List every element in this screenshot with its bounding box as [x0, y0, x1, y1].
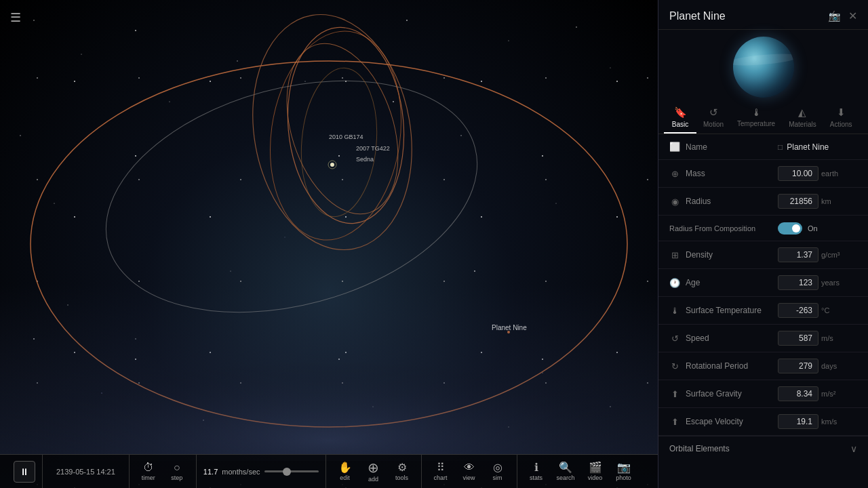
- video-icon: 🎬: [589, 462, 602, 473]
- orbital-elements-section[interactable]: Orbital Elements ∨: [658, 436, 868, 461]
- svg-point-1: [81, 54, 81, 54]
- planet-thumbnail: [658, 30, 868, 101]
- step-label: step: [171, 474, 182, 481]
- svg-point-18: [460, 135, 461, 136]
- svg-text:2010 GB174: 2010 GB174: [329, 134, 363, 140]
- svg-point-10: [67, 304, 68, 306]
- mass-prop-label: Mass: [686, 169, 705, 178]
- speed-unit: m/s: [821, 334, 833, 342]
- svg-point-25: [393, 101, 394, 102]
- tab-temperature[interactable]: 🌡 Temperature: [730, 101, 782, 134]
- video-button[interactable]: 🎬 video: [583, 460, 608, 484]
- tab-materials[interactable]: ◭ Materials: [782, 101, 823, 134]
- timer-button[interactable]: ⏱ timer: [136, 460, 161, 484]
- svg-point-37: [507, 331, 510, 333]
- materials-tab-label: Materials: [789, 121, 816, 128]
- tab-bar: 🔖 Basic ↺ Motion 🌡 Temperature ◭ Materia…: [658, 101, 868, 134]
- surface-grav-value[interactable]: 8.34: [778, 386, 818, 401]
- radius-unit: km: [821, 197, 831, 205]
- add-label: add: [368, 476, 378, 483]
- tab-basic[interactable]: 🔖 Basic: [664, 101, 696, 134]
- tab-motion[interactable]: ↺ Motion: [696, 101, 730, 134]
- surface-temp-value[interactable]: -263: [778, 303, 818, 318]
- actions-tab-icon: ⬇: [837, 106, 846, 119]
- svg-text:Sedna: Sedna: [356, 156, 374, 163]
- svg-point-22: [372, 406, 373, 407]
- add-button[interactable]: ⊕ add: [361, 458, 386, 485]
- radius-value[interactable]: 21856: [778, 194, 818, 209]
- rate-display: 11.7 months/sec: [203, 468, 260, 476]
- prop-escape-velocity: ⬆ Escape Velocity 19.1 km/s: [658, 408, 868, 436]
- svg-point-13: [542, 372, 542, 373]
- timer-icon: ⏱: [143, 462, 154, 473]
- rot-period-value[interactable]: 279: [778, 359, 818, 373]
- edit-label: edit: [340, 474, 350, 481]
- svg-point-7: [610, 68, 611, 68]
- rate-slider[interactable]: [264, 470, 319, 472]
- escape-vel-value[interactable]: 19.1: [778, 414, 818, 429]
- search-icon: 🔍: [559, 462, 572, 473]
- camera-off-icon[interactable]: 📷╱: [829, 11, 840, 22]
- panel-title: Planet Nine: [669, 10, 726, 22]
- svg-point-11: [135, 338, 136, 339]
- svg-point-15: [101, 392, 102, 394]
- space-view[interactable]: ☰: [0, 0, 658, 488]
- prop-surface-gravity: ⬆ Surface Gravity 8.34 m/s²: [658, 380, 868, 408]
- surface-grav-prop-icon: ⬆: [669, 389, 680, 399]
- svg-point-2: [135, 30, 136, 31]
- svg-text:Planet Nine: Planet Nine: [492, 324, 527, 331]
- svg-point-35: [330, 163, 334, 167]
- surface-grav-unit: m/s²: [821, 390, 835, 398]
- svg-point-29: [80, 43, 503, 350]
- motion-tab-label: Motion: [703, 121, 724, 128]
- stats-label: stats: [530, 474, 542, 481]
- svg-point-20: [33, 338, 35, 340]
- sim-button[interactable]: ◎ sim: [486, 460, 510, 484]
- escape-vel-prop-label: Escape Velocity: [686, 417, 743, 426]
- svg-point-17: [169, 101, 170, 102]
- age-unit: years: [821, 279, 840, 287]
- name-value[interactable]: Planet Nine: [787, 142, 829, 152]
- density-prop-label: Density: [686, 250, 713, 260]
- svg-point-12: [474, 270, 475, 272]
- chart-label: chart: [434, 474, 448, 481]
- speed-prop-label: Speed: [686, 333, 709, 343]
- escape-vel-unit: km/s: [821, 418, 837, 426]
- step-icon: ○: [174, 462, 180, 473]
- edit-icon: ✋: [338, 462, 352, 473]
- search-label: search: [557, 474, 575, 481]
- density-value[interactable]: 1.37: [778, 247, 818, 262]
- tab-actions[interactable]: ⬇ Actions: [823, 101, 859, 134]
- motion-tab-icon: ↺: [709, 106, 718, 119]
- bottom-toolbar: ⏸ 2139-05-15 14:21 ⏱ timer ○ step 11.7 m…: [0, 454, 658, 488]
- photo-icon: 📷: [617, 462, 631, 473]
- rot-period-prop-label: Rotational Period: [686, 361, 748, 371]
- age-value[interactable]: 123: [778, 275, 818, 290]
- speed-value[interactable]: 587: [778, 331, 818, 346]
- pause-button[interactable]: ⏸: [14, 461, 35, 483]
- radius-composition-toggle[interactable]: [778, 222, 802, 235]
- stats-button[interactable]: ℹ stats: [524, 460, 549, 484]
- svg-text:2007 TG422: 2007 TG422: [356, 145, 390, 152]
- radius-prop-icon: ◉: [669, 197, 680, 207]
- escape-vel-prop-icon: ⬆: [669, 417, 680, 427]
- tools-button[interactable]: ⚙ tools: [390, 460, 414, 484]
- name-prop-label: Name: [686, 142, 707, 152]
- mass-value[interactable]: 10.00: [778, 166, 818, 181]
- edit-button[interactable]: ✋ edit: [333, 460, 357, 484]
- prop-name: ⬜ Name □ Planet Nine: [658, 134, 868, 160]
- close-icon[interactable]: ✕: [848, 9, 857, 22]
- search-button[interactable]: 🔍 search: [553, 460, 579, 484]
- step-button[interactable]: ○ step: [165, 460, 189, 484]
- view-button[interactable]: 👁 view: [457, 460, 481, 484]
- svg-point-33: [267, 29, 418, 228]
- svg-point-5: [508, 40, 509, 41]
- chart-button[interactable]: ⠿ chart: [429, 460, 453, 484]
- menu-button[interactable]: ☰: [10, 10, 21, 25]
- svg-point-19: [556, 203, 557, 204]
- view-label: view: [463, 474, 475, 481]
- prop-mass: ⊕ Mass 10.00 earth: [658, 160, 868, 188]
- photo-button[interactable]: 📷 photo: [612, 460, 636, 484]
- prop-rotational-period: ↻ Rotational Period 279 days: [658, 352, 868, 380]
- svg-point-8: [20, 135, 20, 136]
